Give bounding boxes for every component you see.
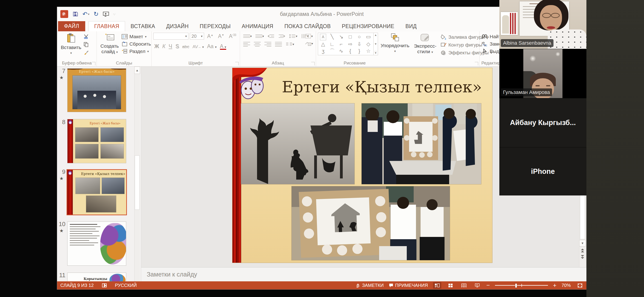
shapes-scroll-up[interactable]: ▲ — [374, 34, 377, 36]
format-painter-button[interactable] — [83, 50, 89, 55]
reset-button[interactable]: Сбросить — [122, 40, 151, 48]
save-button[interactable] — [72, 11, 78, 17]
section-button[interactable]: Раздел▾ — [122, 48, 151, 55]
slideshow-view-button[interactable] — [473, 282, 482, 289]
bold-button[interactable]: Ж — [154, 43, 159, 50]
strikethrough-button[interactable]: abc — [182, 44, 189, 49]
columns-button[interactable]: ▾ — [286, 42, 294, 46]
main-scrollbar-thumb[interactable] — [580, 195, 585, 239]
arrange-button[interactable]: Упорядочить ▾ — [380, 33, 410, 54]
thumb-8-number: 8 — [57, 118, 66, 126]
align-text-button[interactable]: ▾ — [305, 34, 313, 39]
tab-slideshow[interactable]: ПОКАЗ СЛАЙДОВ — [279, 22, 336, 31]
tab-insert[interactable]: ВСТАВКА — [125, 22, 161, 31]
spellcheck-indicator[interactable] — [102, 283, 107, 288]
convert-to-smartart-button[interactable]: ▾ — [305, 41, 313, 46]
undo-button[interactable]: ↶▾ — [82, 11, 89, 17]
fit-slide-to-window-button[interactable] — [576, 282, 584, 289]
increase-indent-button[interactable] — [278, 34, 285, 38]
notes-pane[interactable]: Заметки к слайду — [141, 267, 586, 281]
reading-view-button[interactable] — [460, 282, 468, 289]
grow-font-button[interactable]: A▲ — [206, 33, 215, 39]
slide-canvas[interactable]: Ертеги «Қызыл телпек» — [232, 68, 492, 263]
participant-video-gulzaman[interactable]: Гульзаман Амирова — [499, 49, 586, 98]
character-spacing-button[interactable]: AV↔ ▾ — [192, 44, 204, 49]
thumbnail-scrollbar-thumb[interactable] — [135, 156, 140, 210]
customize-qat-button[interactable]: ⸪ — [113, 13, 115, 16]
font-size-combo[interactable]: 20▾ — [190, 33, 204, 40]
line-spacing-button[interactable]: ▾ — [289, 34, 297, 38]
paste-button[interactable]: Вставить ▾ — [59, 33, 83, 55]
align-right-button[interactable] — [264, 42, 271, 46]
next-slide-button[interactable] — [579, 254, 586, 260]
decrease-indent-button[interactable] — [268, 34, 274, 38]
text-shadow-button[interactable]: S — [176, 43, 179, 50]
slide-photo-decorated-frame[interactable] — [292, 186, 450, 260]
powerpoint-app-icon[interactable]: P — [60, 10, 68, 18]
font-name-combo[interactable]: ▾ — [154, 33, 188, 40]
slide-thumbnail-8[interactable]: Ертегі «Жыл басы» — [67, 119, 126, 163]
tab-view[interactable]: ВИД — [400, 22, 422, 31]
underline-button[interactable]: Ч — [168, 43, 172, 50]
main-scroll-down-button[interactable]: ▼ — [579, 240, 586, 246]
italic-button[interactable]: К — [162, 43, 166, 50]
zoom-out-button[interactable]: − — [486, 282, 490, 289]
tab-review[interactable]: РЕЦЕНЗИРОВАНИЕ — [336, 22, 400, 31]
slide-photo-shadow-scene[interactable] — [241, 103, 354, 184]
notes-toggle-button[interactable]: ЗАМЕТКИ — [356, 283, 384, 288]
undo-icon: ↶ — [82, 11, 88, 17]
previous-slide-button[interactable] — [579, 248, 586, 254]
slide-thumbnail-7[interactable]: Ертегі «Жыл басы» — [67, 68, 126, 112]
numbering-button[interactable]: ▾ — [256, 34, 264, 38]
thumbnail-scrollbar[interactable]: ▲ — [134, 66, 140, 281]
clipboard-dialog-launcher[interactable] — [92, 62, 95, 66]
start-slideshow-button[interactable] — [103, 11, 109, 17]
paragraph-dialog-launcher[interactable] — [311, 62, 315, 66]
cut-button[interactable] — [83, 34, 89, 39]
slide-thumbnail-11[interactable]: Қорытынды — [67, 272, 126, 281]
participant-video-albina[interactable]: Albina Sarsenbaevna — [499, 0, 586, 49]
font-color-button[interactable]: A ▾ — [220, 44, 226, 50]
shrink-font-button[interactable]: A▼ — [216, 33, 226, 39]
zoom-slider[interactable] — [495, 285, 548, 286]
new-slide-button[interactable]: Создать слайд ▾ — [98, 33, 121, 55]
comments-toggle-button[interactable]: ПРИМЕЧАНИЯ — [389, 283, 428, 288]
drawing-dialog-launcher[interactable] — [475, 62, 478, 66]
zoom-level[interactable]: 70% — [562, 283, 571, 288]
slide-sorter-view-button[interactable] — [446, 282, 455, 289]
framed-photo — [501, 12, 518, 35]
slide-thumbnail-9-selected[interactable]: Ертеги «Қызыл телпек» — [66, 169, 127, 215]
clear-formatting-button[interactable]: A⌫ — [227, 33, 238, 39]
slide-number-indicator[interactable]: СЛАЙД 9 ИЗ 12 — [60, 283, 94, 288]
redo-button[interactable]: ↻ — [94, 11, 98, 17]
slide-title-text[interactable]: Ертеги «Қызыл телпек» — [276, 74, 488, 100]
font-dialog-launcher[interactable] — [235, 62, 238, 66]
change-case-button[interactable]: Aa ▾ — [207, 43, 217, 50]
slide-photo-kids-with-frame[interactable] — [362, 103, 481, 184]
participant-tile-aibanu[interactable]: Айбану Кыргызб... — [499, 98, 586, 147]
tab-transitions[interactable]: ПЕРЕХОДЫ — [194, 22, 236, 31]
zoom-in-button[interactable]: + — [553, 282, 556, 289]
notes-placeholder[interactable]: Заметки к слайду — [141, 271, 197, 278]
copy-button[interactable] — [83, 42, 89, 47]
shapes-gallery[interactable]: A ╲ ↘ □ ○ ▭ △ ∟ ⌐ ⇨ ⇩ ◇ ʒ — [318, 33, 374, 55]
tab-file[interactable]: ФАЙЛ — [58, 21, 85, 31]
shapes-more[interactable]: ▼ — [374, 51, 377, 54]
tab-animations[interactable]: АНИМАЦИЯ — [236, 22, 279, 31]
align-left-button[interactable] — [243, 42, 250, 46]
quick-styles-button[interactable]: Экспресс-стили ▾ — [412, 33, 438, 55]
align-center-button[interactable] — [254, 42, 261, 46]
tab-design[interactable]: ДИЗАЙН — [161, 22, 194, 31]
shapes-scroll-down[interactable]: ▼ — [374, 42, 377, 46]
normal-view-button[interactable] — [433, 282, 441, 289]
layout-button[interactable]: Макет▾ — [122, 33, 151, 40]
thumbnail-scroll-up-button[interactable]: ▲ — [134, 66, 140, 74]
participant-tile-iphone[interactable]: iPhone — [499, 147, 586, 196]
bullets-button[interactable]: ▾ — [243, 34, 252, 38]
zoom-slider-thumb[interactable] — [515, 284, 517, 288]
slide-thumbnail-10[interactable] — [67, 222, 126, 266]
group-font: ▾ 20▾ A▲ A▼ A⌫ Ж К Ч S abc AV↔ ▾ Aa ▾ A … — [152, 31, 240, 66]
tab-home[interactable]: ГЛАВНАЯ — [88, 21, 125, 31]
justify-button[interactable] — [275, 42, 282, 46]
language-indicator[interactable]: РУССКИЙ — [115, 283, 137, 288]
